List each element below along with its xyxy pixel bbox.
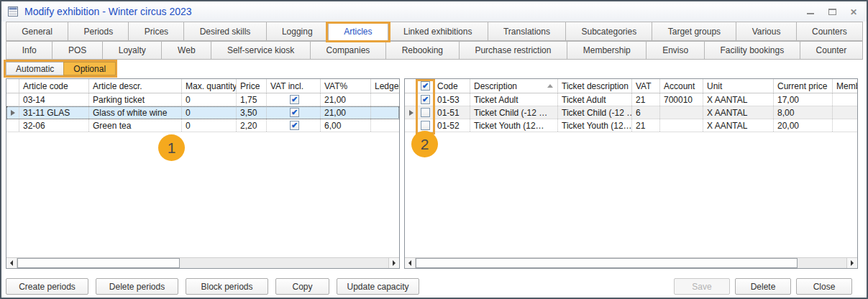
code-cell: 01-51 [434, 106, 470, 119]
table-row[interactable]: 01-53 Ticket Adult Ticket Adult 21 70001… [405, 93, 857, 106]
scroll-left-button[interactable] [405, 258, 416, 268]
scroll-left-icon [408, 260, 411, 266]
unit-cell: X AANTAL [703, 106, 774, 119]
create-periods-button[interactable]: Create periods [6, 278, 88, 295]
scrollbar-track[interactable] [416, 258, 846, 268]
tab-counters[interactable]: Counters [796, 22, 863, 41]
tab-linked-exhibitions[interactable]: Linked exhibitions [388, 22, 488, 41]
tab-various[interactable]: Various [736, 22, 796, 41]
tab-general[interactable]: General [6, 22, 68, 41]
scroll-right-button[interactable] [388, 258, 399, 268]
subtab-optional[interactable]: Optional [63, 62, 116, 75]
tab-prices[interactable]: Prices [128, 22, 184, 41]
close-button[interactable] [848, 6, 859, 17]
table-row[interactable]: 03-14 Parking ticket 0 1,75 21,00 [6, 93, 399, 106]
column-header-label: Description [474, 81, 517, 91]
row-selector [6, 93, 19, 106]
link-cell [418, 106, 434, 119]
row-selector-header [405, 79, 418, 93]
column-header-price[interactable]: Price [237, 79, 267, 93]
tab-web[interactable]: Web [161, 41, 211, 60]
form-icon [7, 6, 19, 17]
minimize-icon [807, 13, 814, 14]
link-cell [418, 93, 434, 106]
minimize-button[interactable] [805, 6, 816, 17]
column-header-current-price[interactable]: Current price [774, 79, 833, 93]
select-all-checkbox[interactable] [421, 81, 430, 91]
vat-pct-cell: 21,00 [321, 93, 371, 106]
tab-info[interactable]: Info [6, 41, 52, 60]
ledger-cell [371, 93, 399, 106]
column-header-article-code[interactable]: Article code [19, 79, 89, 93]
copy-button[interactable]: Copy [275, 278, 329, 295]
tab-pos[interactable]: POS [52, 41, 103, 60]
scrollbar-track[interactable] [17, 258, 388, 268]
column-header-vat-pct[interactable]: VAT% [321, 79, 371, 93]
column-header-vat[interactable]: VAT [632, 79, 660, 93]
maximize-button[interactable] [826, 6, 838, 17]
update-capacity-button[interactable]: Update capacity [337, 278, 419, 295]
window-title: Modify exhibition - Winter circus 2023 [24, 6, 192, 17]
delete-button[interactable]: Delete [735, 278, 791, 295]
tab-purchase-restriction[interactable]: Purchase restriction [459, 41, 567, 60]
column-header-account[interactable]: Account [660, 79, 703, 93]
column-header-unit[interactable]: Unit [703, 79, 774, 93]
column-header-code[interactable]: Code [434, 79, 470, 93]
close-button[interactable]: Close [796, 278, 852, 295]
table-row[interactable]: 32-06 Green tea 0 2,20 6,00 [6, 119, 399, 132]
vat-pct-cell: 21,00 [321, 106, 371, 119]
current-price-cell: 17,00 [774, 93, 833, 106]
scroll-right-icon [851, 260, 854, 266]
tab-enviso[interactable]: Enviso [646, 41, 704, 60]
table-row[interactable]: 31-11 GLAS Glass of white wine 0 3,50 21… [6, 106, 399, 119]
column-header-ledger[interactable]: Ledger [371, 79, 399, 93]
tab-rebooking[interactable]: Rebooking [385, 41, 460, 60]
column-header-max-quantity[interactable]: Max. quantity [182, 79, 237, 93]
price-cell: 2,20 [237, 119, 267, 132]
column-header-vat-incl[interactable]: VAT incl. [267, 79, 321, 93]
tab-desired-skills[interactable]: Desired skills [183, 22, 266, 41]
subtab-automatic[interactable]: Automatic [6, 62, 64, 75]
left-grid-header: Article code Article descr. Max. quantit… [6, 79, 399, 93]
tab-articles[interactable]: Articles [328, 22, 388, 41]
tab-translations[interactable]: Translations [488, 22, 566, 41]
scroll-left-button[interactable] [6, 258, 17, 268]
block-periods-button[interactable]: Block periods [186, 278, 268, 295]
tab-companies[interactable]: Companies [310, 41, 386, 60]
link-article-checkbox[interactable] [421, 95, 430, 104]
horizontal-scrollbar[interactable] [405, 257, 857, 268]
table-row[interactable]: 01-51 Ticket Child (-12 … Ticket Child (… [405, 106, 857, 119]
tab-periods[interactable]: Periods [68, 22, 129, 41]
tab-counter[interactable]: Counter [800, 41, 863, 60]
tab-subcategories[interactable]: Subcategories [565, 22, 652, 41]
tab-self-service-kiosk[interactable]: Self-service kiosk [211, 41, 311, 60]
footer: Create periodsDelete periodsBlock period… [1, 269, 867, 295]
tab-facility-bookings[interactable]: Facility bookings [704, 41, 800, 60]
column-header-article-descr[interactable]: Article descr. [89, 79, 182, 93]
article-code-cell: 32-06 [19, 119, 89, 132]
tab-logging[interactable]: Logging [266, 22, 329, 41]
column-header-description[interactable]: Description [470, 79, 558, 93]
horizontal-scrollbar[interactable] [6, 257, 399, 268]
tab-membership[interactable]: Membership [567, 41, 647, 60]
tab-loyalty[interactable]: Loyalty [102, 41, 162, 60]
member-cell [833, 93, 857, 106]
column-header-member[interactable]: Member [833, 79, 857, 93]
vat-incl-checkbox[interactable] [290, 108, 299, 117]
save-button[interactable]: Save [674, 278, 730, 295]
vat-incl-checkbox[interactable] [290, 95, 299, 104]
scrollbar-thumb[interactable] [416, 258, 798, 268]
vat-incl-checkbox[interactable] [290, 121, 299, 130]
row-selector [405, 119, 418, 132]
table-row[interactable]: 01-52 Ticket Youth (12… Ticket Youth (12… [405, 119, 857, 132]
subtab-row: Automatic Optional [1, 60, 867, 78]
link-article-checkbox[interactable] [421, 108, 430, 117]
link-article-checkbox[interactable] [421, 121, 430, 130]
scroll-right-button[interactable] [846, 258, 857, 268]
tab-target-groups[interactable]: Target groups [652, 22, 736, 41]
column-header-ticket-description[interactable]: Ticket description [558, 79, 632, 93]
max-quantity-cell: 0 [182, 106, 237, 119]
delete-periods-button[interactable]: Delete periods [96, 278, 178, 295]
price-cell: 3,50 [237, 106, 267, 119]
scrollbar-thumb[interactable] [17, 258, 180, 268]
